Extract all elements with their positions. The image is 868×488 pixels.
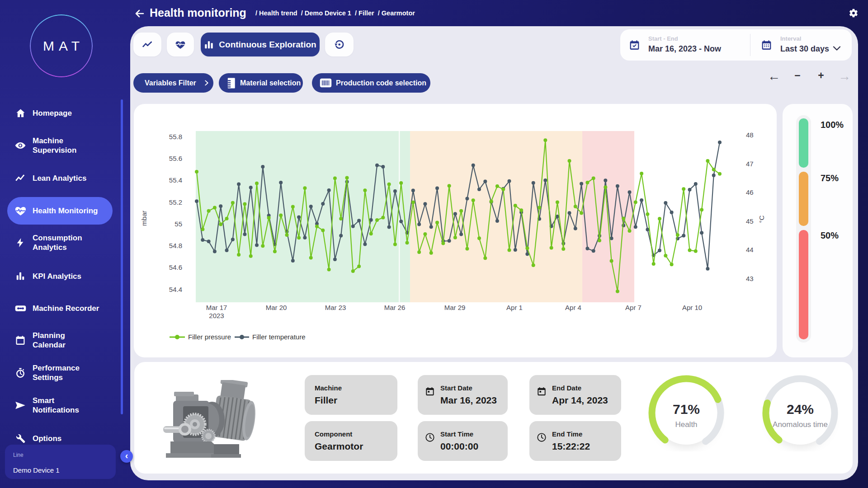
svg-text:43: 43: [746, 275, 754, 282]
svg-text:°C: °C: [758, 215, 765, 223]
svg-text:54.4: 54.4: [169, 286, 182, 293]
svg-text:Apr 4: Apr 4: [565, 304, 581, 311]
svg-text:55.2: 55.2: [169, 198, 182, 206]
svg-text:54.6: 54.6: [169, 263, 182, 271]
svg-text:Mar 17: Mar 17: [206, 304, 227, 311]
svg-text:47: 47: [746, 160, 754, 168]
svg-text:Filler pressure: Filler pressure: [188, 333, 231, 341]
svg-text:Mar 26: Mar 26: [384, 304, 406, 311]
svg-text:Apr 7: Apr 7: [625, 304, 642, 311]
svg-text:Mar 20: Mar 20: [266, 304, 287, 311]
svg-text:Mar 29: Mar 29: [444, 304, 466, 311]
svg-text:55.4: 55.4: [169, 176, 182, 184]
svg-text:mbar: mbar: [140, 211, 148, 226]
svg-text:Filler temperature: Filler temperature: [252, 333, 306, 341]
svg-text:45: 45: [746, 217, 754, 225]
svg-text:55: 55: [175, 220, 182, 228]
svg-text:54.8: 54.8: [169, 242, 182, 249]
svg-text:48: 48: [746, 131, 754, 139]
svg-text:2023: 2023: [209, 312, 224, 319]
svg-text:44: 44: [746, 246, 754, 253]
svg-text:55.8: 55.8: [169, 133, 182, 141]
svg-text:55.6: 55.6: [169, 155, 182, 162]
svg-text:Apr 10: Apr 10: [682, 304, 702, 311]
svg-text:46: 46: [746, 188, 754, 196]
svg-text:Mar 23: Mar 23: [325, 304, 346, 311]
svg-text:Apr 1: Apr 1: [506, 304, 523, 311]
